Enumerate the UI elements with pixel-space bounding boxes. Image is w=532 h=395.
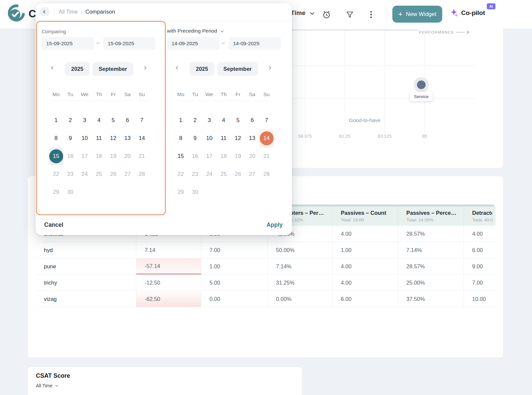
preceding-from-input[interactable]: 14-09-2025: [167, 37, 219, 50]
calendar-day-1[interactable]: 1: [49, 111, 63, 129]
day-number: 3: [202, 113, 216, 127]
day-number: 13: [121, 131, 135, 145]
calendar-day-5[interactable]: 5: [231, 111, 245, 129]
calendar-day-1[interactable]: 1: [174, 111, 188, 129]
calendar-day-4[interactable]: 4: [92, 111, 106, 129]
back-button[interactable]: [40, 7, 49, 16]
value-cell: 4.00: [332, 275, 398, 291]
day-number: 17: [202, 149, 216, 163]
day-number: 9: [188, 131, 202, 145]
calendar-day-12[interactable]: 12: [231, 129, 245, 147]
calendar-day-15[interactable]: 15: [49, 147, 63, 165]
calendar-day-6[interactable]: 6: [245, 111, 259, 129]
cancel-button[interactable]: Cancel: [44, 221, 63, 228]
weekday-label: Fr: [106, 89, 120, 99]
value-cell: 1.00: [201, 258, 268, 274]
apply-button[interactable]: Apply: [266, 221, 283, 228]
day-number: 25: [92, 167, 106, 181]
calendar-day-7[interactable]: 7: [259, 111, 274, 129]
calendar-prev-button[interactable]: [52, 66, 56, 71]
column-title: Detracto: [472, 210, 492, 216]
value-cell: 7.14%: [398, 242, 464, 258]
calendar-day-2[interactable]: 2: [63, 111, 77, 129]
copilot-button[interactable]: Co-pilot: [451, 9, 485, 17]
calendar-day-7[interactable]: 7: [135, 111, 149, 129]
calendar-day-12[interactable]: 12: [106, 129, 120, 147]
day-number: 5: [231, 113, 245, 127]
value-cell: 4.00: [332, 258, 398, 274]
weekday-header: MoTuWeThFrSaSu: [49, 89, 149, 99]
day-number: 15: [174, 149, 188, 163]
calendar-day-8[interactable]: 8: [49, 129, 63, 147]
day-number: 12: [231, 131, 245, 145]
calendar-day-21: 21: [259, 147, 274, 165]
calendar-day-3[interactable]: 3: [77, 111, 92, 129]
calendar-day-9[interactable]: 9: [188, 129, 202, 147]
value-cell: -12.50: [136, 275, 201, 291]
scatter-point-tooltip: Service: [410, 92, 433, 101]
calendar-day-13[interactable]: 13: [120, 129, 135, 147]
table-body: chennai14.296.0042.86%4.0028.57%4.00hyd7…: [36, 226, 495, 307]
calendar-day-14[interactable]: 14: [135, 129, 149, 147]
preceding-to-input[interactable]: 14-09-2025: [228, 37, 281, 50]
kebab-menu-icon[interactable]: [366, 9, 376, 20]
day-number: 28: [260, 167, 274, 181]
preceding-period-dropdown[interactable]: with Preceding Period: [167, 28, 223, 34]
filter-funnel-icon[interactable]: [344, 9, 355, 20]
compare-to-input[interactable]: 15-09-2025: [103, 37, 156, 50]
value-cell: 31.25%: [268, 275, 332, 291]
year-picker-button[interactable]: 2025: [190, 62, 214, 76]
day-number: 13: [245, 131, 259, 145]
chevron-down-icon: [55, 384, 58, 386]
calendar-day-8[interactable]: 8: [174, 129, 188, 147]
csat-time-filter-dropdown[interactable]: All Time: [36, 383, 57, 388]
calendar-day-10[interactable]: 10: [202, 129, 216, 147]
month-picker-button[interactable]: September: [92, 62, 133, 76]
day-number: 29: [174, 185, 188, 199]
scatter-point-service[interactable]: [417, 80, 426, 89]
month-picker-button[interactable]: September: [217, 62, 258, 76]
calendar-nav: 2025 September: [174, 62, 274, 76]
weekday-label: Fr: [231, 89, 245, 99]
calendar-day-17: 17: [202, 147, 216, 165]
calendar-day-4[interactable]: 4: [216, 111, 231, 129]
day-number: 7: [260, 113, 274, 127]
calendar-day-24: 24: [202, 165, 216, 183]
calendar-day-16: 16: [188, 147, 202, 165]
calendar-day-5[interactable]: 5: [106, 111, 120, 129]
column-total: Total: 24.05%: [406, 217, 460, 222]
calendar-day-28: 28: [135, 165, 149, 183]
weekday-header: MoTuWeThFrSaSu: [174, 89, 274, 99]
alarm-clock-icon[interactable]: [321, 9, 332, 20]
x-tick-label: 61.25: [330, 134, 360, 139]
comparing-label: Comparing: [42, 29, 66, 34]
calendar-day-10[interactable]: 10: [77, 129, 92, 147]
day-number: 6: [121, 113, 135, 127]
calendar-next-button[interactable]: [143, 66, 148, 71]
day-grid: 1234567891011121314151617181920212223242…: [49, 111, 149, 201]
calendar-day-11[interactable]: 11: [92, 129, 106, 147]
value-cell: 0.00%: [268, 291, 332, 307]
year-picker-button[interactable]: 2025: [65, 62, 90, 76]
calendar-day-6[interactable]: 6: [120, 111, 135, 129]
calendar-day-15[interactable]: 15: [174, 147, 188, 165]
ai-badge: AI: [487, 3, 495, 9]
breadcrumb-separator: ›: [81, 9, 82, 15]
calendar-prev-button[interactable]: [176, 66, 181, 71]
new-widget-button[interactable]: + New Widget: [392, 6, 442, 23]
calendar-day-9[interactable]: 9: [63, 129, 77, 147]
compare-from-input[interactable]: 15-09-2025: [42, 37, 94, 50]
calendar-day-2[interactable]: 2: [188, 111, 202, 129]
calendar-day-30: 30: [63, 183, 77, 201]
calendar-day-3[interactable]: 3: [202, 111, 216, 129]
calendar-next-button[interactable]: [268, 66, 273, 71]
breadcrumb-all-time[interactable]: All Time: [59, 9, 78, 15]
day-number: 14: [260, 131, 274, 145]
calendar-day-29: 29: [174, 183, 188, 201]
day-number: 26: [231, 167, 245, 181]
calendar-day-13[interactable]: 13: [245, 129, 259, 147]
calendar-day-11[interactable]: 11: [216, 129, 231, 147]
calendar-day-29: 29: [49, 183, 63, 201]
calendar-day-14[interactable]: 14: [259, 129, 274, 147]
performance-axis-label: PERFORMANCE: [419, 30, 470, 34]
